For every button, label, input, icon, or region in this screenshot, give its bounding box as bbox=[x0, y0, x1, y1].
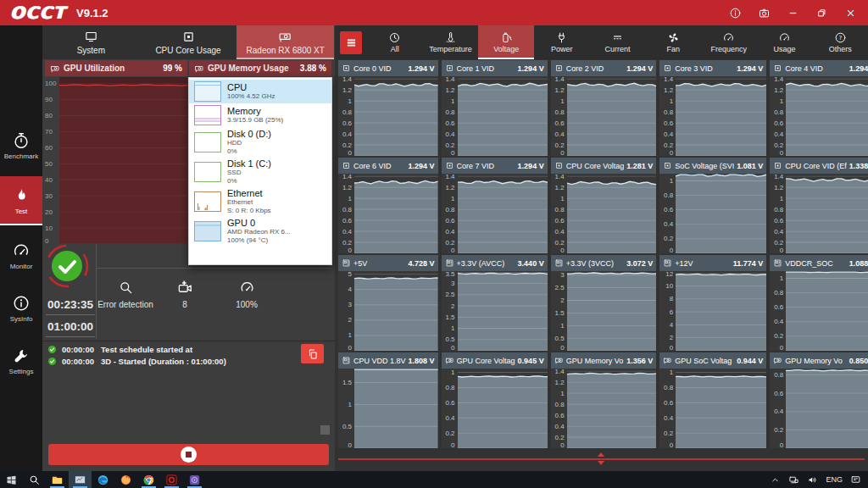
taskbar-task-manager[interactable] bbox=[69, 471, 92, 488]
elapsed-time: 00:23:35 bbox=[46, 298, 95, 315]
axis-tick-label: 0.4 bbox=[442, 130, 455, 138]
resource-detail: 100% 4.52 GHz bbox=[227, 92, 326, 101]
load-control[interactable]: 100% bbox=[220, 280, 273, 309]
monitoring-tab-fan[interactable]: Fan bbox=[645, 25, 701, 59]
chart-header[interactable]: CPU Core Voltag 1.281 V bbox=[551, 158, 657, 174]
taskbar-occt[interactable] bbox=[160, 471, 183, 488]
tray-chevup[interactable] bbox=[770, 474, 781, 485]
chart-header[interactable]: +3.3V (AVCC) 3.440 V bbox=[442, 255, 548, 271]
resource-item-disk-0-d-[interactable]: Disk 0 (D:) HDD0% bbox=[189, 127, 331, 157]
axis-tick-label: 20 bbox=[45, 208, 53, 216]
resource-item-cpu[interactable]: CPU 100% 4.52 GHz bbox=[189, 80, 331, 103]
monitoring-tab-all[interactable]: All bbox=[367, 25, 423, 59]
tray-network[interactable] bbox=[788, 474, 799, 485]
sidebar-item-test[interactable]: Test bbox=[0, 176, 42, 225]
taskbar-search[interactable] bbox=[23, 471, 46, 488]
device-tab[interactable]: CPU Core Usage bbox=[140, 25, 237, 59]
device-tab[interactable]: System bbox=[42, 25, 140, 59]
monitoring-tab-voltage[interactable]: Voltage bbox=[478, 25, 534, 59]
monitoring-tab-usage[interactable]: Usage bbox=[757, 25, 813, 59]
taskbar-firefox[interactable] bbox=[114, 471, 137, 488]
sidebar-item-monitor[interactable]: Monitor bbox=[0, 234, 42, 278]
chart-header[interactable]: GPU Memory Vo 0.850 V bbox=[770, 352, 868, 369]
chart-header[interactable]: +5V 4.728 V bbox=[338, 255, 438, 271]
axis-tick-label: 0 bbox=[442, 247, 455, 254]
chart-header[interactable]: CPU Core VID (Ef 1.338 V bbox=[770, 158, 868, 174]
chart-header[interactable]: Core 6 VID 1.294 V bbox=[338, 158, 438, 174]
monitoring-panel: All Temperature Voltage Power Current Fa… bbox=[335, 25, 868, 471]
resource-item-ethernet[interactable]: Ethernet EthernetS: 0 R: 0 Kbps bbox=[189, 186, 331, 216]
chip-icon bbox=[773, 64, 782, 73]
scrollbar-thumb[interactable] bbox=[320, 425, 330, 435]
chart-header[interactable]: Core 3 VID 1.294 V bbox=[659, 60, 766, 76]
taskbar-chrome[interactable] bbox=[137, 471, 160, 488]
restore-button[interactable] bbox=[814, 5, 829, 20]
monitoring-tab-frequency[interactable]: Frequency bbox=[701, 25, 757, 59]
chip-icon bbox=[663, 161, 672, 170]
error-detection-control[interactable]: Error detection bbox=[95, 280, 156, 309]
total-duration: 01:00:00 bbox=[46, 320, 95, 337]
taskbar-edge[interactable] bbox=[92, 471, 114, 488]
chart-header[interactable]: GPU SoC Voltag 0.944 V bbox=[659, 352, 766, 369]
axis-tick-label: 1 bbox=[659, 369, 673, 376]
screenshot-button[interactable] bbox=[756, 5, 771, 20]
stop-test-button[interactable] bbox=[48, 444, 329, 465]
axis-tick-label: 0 bbox=[770, 149, 783, 157]
copy-log-button[interactable] bbox=[301, 344, 324, 363]
tray-volume[interactable] bbox=[807, 474, 818, 485]
chart-header[interactable]: GPU Core Voltag 0.945 V bbox=[442, 352, 548, 369]
axis-tick-label: 0.6 bbox=[770, 119, 783, 127]
monitoring-tab-temperature[interactable]: Temperature bbox=[423, 25, 479, 59]
axis-tick-label: 60 bbox=[45, 144, 53, 152]
chart-title: +12V bbox=[675, 259, 731, 268]
axis-tick-label: 0 bbox=[442, 441, 455, 449]
chart-header[interactable]: Core 0 VID 1.294 V bbox=[338, 60, 438, 76]
resource-item-disk-1-c-[interactable]: Disk 1 (C:) SSD0% bbox=[189, 157, 331, 186]
chart-header[interactable]: +12V 11.774 V bbox=[659, 255, 766, 271]
axis-tick-label: 10 bbox=[45, 225, 53, 232]
chart-header[interactable]: SoC Voltage (SVI 1.081 V bbox=[659, 158, 766, 174]
monitoring-tab-current[interactable]: Current bbox=[590, 25, 646, 59]
resource-item-memory[interactable]: Memory 3.9/15.9 GB (25%) bbox=[189, 103, 331, 127]
capture-control[interactable]: 8 bbox=[161, 280, 209, 309]
sidebar-item-benchmark[interactable]: Benchmark bbox=[0, 124, 42, 168]
axis-tick-label: 0.6 bbox=[442, 399, 455, 407]
language-indicator[interactable]: ENG bbox=[826, 475, 843, 484]
mb-icon bbox=[342, 258, 351, 268]
chart-header[interactable]: Core 7 VID 1.294 V bbox=[442, 158, 548, 174]
chart-header[interactable]: Core 2 VID 1.294 V bbox=[551, 60, 657, 76]
chart-title: Core 7 VID bbox=[457, 162, 515, 170]
monitoring-tab-others[interactable]: ?Others bbox=[812, 25, 868, 59]
chart-header[interactable]: GPU Memory Vo 1.356 V bbox=[551, 352, 657, 369]
gpu-utilization-header[interactable]: GPU Utilization 99 % bbox=[45, 60, 187, 76]
chart-plot: 1.41.210.80.60.40.20 bbox=[551, 369, 657, 448]
sidebar-item-sysinfo[interactable]: SysInfo bbox=[0, 286, 42, 330]
device-tab-label: Radeon RX 6800 XT bbox=[247, 46, 325, 55]
volume-icon bbox=[807, 474, 818, 485]
sidebar-item-settings[interactable]: Settings bbox=[0, 339, 42, 383]
notification-center[interactable] bbox=[850, 474, 861, 485]
chart-header[interactable]: Core 4 VID 1.294 V bbox=[770, 60, 868, 76]
chart-header[interactable]: +3.3V (3VCC) 3.072 V bbox=[551, 255, 657, 271]
gpu-memory-header[interactable]: GPU Memory Usage 3.88 % bbox=[189, 60, 331, 76]
monitoring-menu-button[interactable] bbox=[340, 31, 362, 54]
close-button[interactable] bbox=[843, 5, 858, 20]
minimize-button[interactable] bbox=[785, 5, 800, 20]
info-button[interactable] bbox=[727, 5, 743, 20]
chip-icon bbox=[342, 64, 351, 73]
taskbar-file-explorer[interactable] bbox=[46, 471, 69, 488]
taskbar-purple-app[interactable] bbox=[183, 471, 206, 488]
scrollbar-horizontal[interactable] bbox=[338, 458, 865, 460]
axis-tick-label: 0.2 bbox=[659, 430, 673, 437]
chart-value: 0.850 V bbox=[849, 357, 868, 365]
taskbar-start[interactable] bbox=[0, 471, 23, 488]
chart-header[interactable]: Core 1 VID 1.294 V bbox=[442, 60, 548, 76]
chart-header[interactable]: CPU VDD 1.8V 1.808 V bbox=[338, 352, 438, 369]
monitoring-tab-power[interactable]: Power bbox=[534, 25, 590, 59]
device-tab[interactable]: Radeon RX 6800 XT bbox=[236, 25, 334, 59]
resource-thumbnail bbox=[194, 162, 221, 182]
axis-tick-label: 0.2 bbox=[770, 426, 783, 434]
resource-item-gpu-0[interactable]: GPU 0 AMD Radeon RX 6...100% (94 °C) bbox=[189, 216, 331, 246]
chart-header[interactable]: VDDCR_SOC 1.088 V bbox=[770, 255, 868, 271]
chart-title: VDDCR_SOC bbox=[785, 259, 847, 268]
